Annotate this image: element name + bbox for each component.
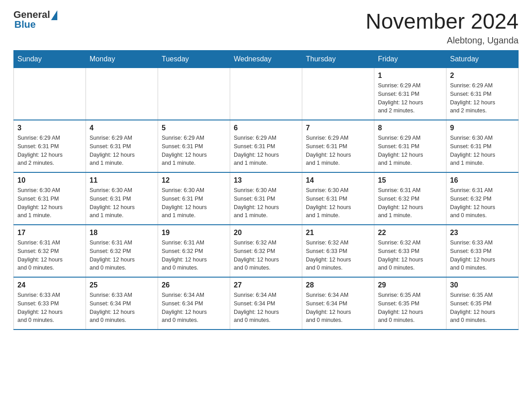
weekday-header-monday: Monday	[86, 51, 158, 68]
calendar-cell: 20Sunrise: 6:32 AMSunset: 6:32 PMDayligh…	[230, 225, 302, 277]
day-number: 5	[162, 124, 226, 132]
calendar-table: SundayMondayTuesdayWednesdayThursdayFrid…	[13, 50, 519, 330]
day-info: Sunrise: 6:31 AMSunset: 6:32 PMDaylight:…	[17, 239, 82, 272]
calendar-cell: 16Sunrise: 6:31 AMSunset: 6:32 PMDayligh…	[446, 172, 519, 225]
day-info: Sunrise: 6:32 AMSunset: 6:33 PMDaylight:…	[306, 239, 370, 272]
day-number: 14	[306, 176, 370, 184]
day-number: 8	[378, 124, 442, 132]
day-number: 19	[162, 229, 226, 237]
calendar-cell	[86, 68, 158, 120]
day-info: Sunrise: 6:29 AMSunset: 6:31 PMDaylight:…	[17, 134, 82, 167]
day-number: 11	[90, 176, 154, 184]
weekday-header-friday: Friday	[374, 51, 446, 68]
calendar-cell: 7Sunrise: 6:29 AMSunset: 6:31 PMDaylight…	[302, 120, 374, 172]
day-info: Sunrise: 6:30 AMSunset: 6:31 PMDaylight:…	[306, 186, 370, 220]
calendar-cell: 29Sunrise: 6:35 AMSunset: 6:35 PMDayligh…	[374, 277, 446, 330]
calendar-cell: 9Sunrise: 6:30 AMSunset: 6:31 PMDaylight…	[446, 120, 519, 172]
day-number: 4	[90, 124, 154, 132]
day-number: 25	[90, 281, 154, 289]
day-info: Sunrise: 6:34 AMSunset: 6:34 PMDaylight:…	[306, 291, 370, 325]
day-number: 16	[450, 176, 515, 184]
calendar-week-row: 10Sunrise: 6:30 AMSunset: 6:31 PMDayligh…	[14, 172, 519, 225]
day-info: Sunrise: 6:35 AMSunset: 6:35 PMDaylight:…	[450, 291, 515, 325]
page-header: General Blue November 2024 Alebtong, Uga…	[13, 9, 519, 46]
calendar-cell: 17Sunrise: 6:31 AMSunset: 6:32 PMDayligh…	[14, 225, 86, 277]
logo-triangle-icon	[51, 10, 57, 20]
day-info: Sunrise: 6:33 AMSunset: 6:33 PMDaylight:…	[17, 291, 82, 325]
day-number: 2	[450, 72, 515, 80]
day-info: Sunrise: 6:29 AMSunset: 6:31 PMDaylight:…	[306, 134, 370, 167]
day-number: 28	[306, 281, 370, 289]
day-info: Sunrise: 6:30 AMSunset: 6:31 PMDaylight:…	[450, 134, 515, 167]
day-number: 23	[450, 229, 515, 237]
calendar-cell: 6Sunrise: 6:29 AMSunset: 6:31 PMDaylight…	[230, 120, 302, 172]
calendar-cell: 14Sunrise: 6:30 AMSunset: 6:31 PMDayligh…	[302, 172, 374, 225]
day-number: 26	[162, 281, 226, 289]
calendar-cell: 25Sunrise: 6:33 AMSunset: 6:34 PMDayligh…	[86, 277, 158, 330]
calendar-cell	[230, 68, 302, 120]
calendar-cell: 27Sunrise: 6:34 AMSunset: 6:34 PMDayligh…	[230, 277, 302, 330]
calendar-cell: 18Sunrise: 6:31 AMSunset: 6:32 PMDayligh…	[86, 225, 158, 277]
calendar-cell	[302, 68, 374, 120]
calendar-week-row: 17Sunrise: 6:31 AMSunset: 6:32 PMDayligh…	[14, 225, 519, 277]
calendar-cell: 10Sunrise: 6:30 AMSunset: 6:31 PMDayligh…	[14, 172, 86, 225]
calendar-cell: 13Sunrise: 6:30 AMSunset: 6:31 PMDayligh…	[230, 172, 302, 225]
day-info: Sunrise: 6:29 AMSunset: 6:31 PMDaylight:…	[234, 134, 298, 167]
day-number: 18	[90, 229, 154, 237]
location-label: Alebtong, Uganda	[365, 35, 519, 46]
calendar-cell: 19Sunrise: 6:31 AMSunset: 6:32 PMDayligh…	[158, 225, 230, 277]
day-number: 29	[378, 281, 442, 289]
day-info: Sunrise: 6:32 AMSunset: 6:33 PMDaylight:…	[378, 239, 442, 272]
calendar-cell: 26Sunrise: 6:34 AMSunset: 6:34 PMDayligh…	[158, 277, 230, 330]
day-number: 3	[17, 124, 82, 132]
weekday-header-sunday: Sunday	[14, 51, 86, 68]
logo: General Blue	[13, 9, 57, 30]
day-info: Sunrise: 6:34 AMSunset: 6:34 PMDaylight:…	[234, 291, 298, 325]
calendar-cell: 8Sunrise: 6:29 AMSunset: 6:31 PMDaylight…	[374, 120, 446, 172]
day-info: Sunrise: 6:30 AMSunset: 6:31 PMDaylight:…	[17, 186, 82, 220]
day-number: 15	[378, 176, 442, 184]
weekday-header-wednesday: Wednesday	[230, 51, 302, 68]
day-number: 30	[450, 281, 515, 289]
day-info: Sunrise: 6:31 AMSunset: 6:32 PMDaylight:…	[450, 186, 515, 220]
day-info: Sunrise: 6:31 AMSunset: 6:32 PMDaylight:…	[90, 239, 154, 272]
day-info: Sunrise: 6:29 AMSunset: 6:31 PMDaylight:…	[378, 81, 442, 115]
calendar-cell: 2Sunrise: 6:29 AMSunset: 6:31 PMDaylight…	[446, 68, 519, 120]
title-section: November 2024 Alebtong, Uganda	[365, 9, 519, 46]
day-info: Sunrise: 6:30 AMSunset: 6:31 PMDaylight:…	[90, 186, 154, 220]
calendar-cell: 1Sunrise: 6:29 AMSunset: 6:31 PMDaylight…	[374, 68, 446, 120]
month-title: November 2024	[365, 9, 519, 34]
day-number: 10	[17, 176, 82, 184]
day-number: 13	[234, 176, 298, 184]
weekday-header-row: SundayMondayTuesdayWednesdayThursdayFrid…	[14, 51, 519, 68]
calendar-cell: 28Sunrise: 6:34 AMSunset: 6:34 PMDayligh…	[302, 277, 374, 330]
calendar-cell: 30Sunrise: 6:35 AMSunset: 6:35 PMDayligh…	[446, 277, 519, 330]
day-number: 27	[234, 281, 298, 289]
day-info: Sunrise: 6:29 AMSunset: 6:31 PMDaylight:…	[378, 134, 442, 167]
day-info: Sunrise: 6:32 AMSunset: 6:32 PMDaylight:…	[234, 239, 298, 272]
day-info: Sunrise: 6:31 AMSunset: 6:32 PMDaylight:…	[162, 239, 226, 272]
calendar-week-row: 1Sunrise: 6:29 AMSunset: 6:31 PMDaylight…	[14, 68, 519, 120]
day-number: 17	[17, 229, 82, 237]
calendar-cell: 12Sunrise: 6:30 AMSunset: 6:31 PMDayligh…	[158, 172, 230, 225]
day-info: Sunrise: 6:35 AMSunset: 6:35 PMDaylight:…	[378, 291, 442, 325]
calendar-week-row: 24Sunrise: 6:33 AMSunset: 6:33 PMDayligh…	[14, 277, 519, 330]
day-info: Sunrise: 6:29 AMSunset: 6:31 PMDaylight:…	[90, 134, 154, 167]
calendar-cell: 11Sunrise: 6:30 AMSunset: 6:31 PMDayligh…	[86, 172, 158, 225]
day-number: 24	[17, 281, 82, 289]
day-info: Sunrise: 6:29 AMSunset: 6:31 PMDaylight:…	[162, 134, 226, 167]
calendar-cell: 5Sunrise: 6:29 AMSunset: 6:31 PMDaylight…	[158, 120, 230, 172]
day-number: 12	[162, 176, 226, 184]
calendar-cell: 4Sunrise: 6:29 AMSunset: 6:31 PMDaylight…	[86, 120, 158, 172]
day-info: Sunrise: 6:29 AMSunset: 6:31 PMDaylight:…	[450, 81, 515, 115]
day-info: Sunrise: 6:33 AMSunset: 6:34 PMDaylight:…	[90, 291, 154, 325]
day-info: Sunrise: 6:30 AMSunset: 6:31 PMDaylight:…	[234, 186, 298, 220]
day-info: Sunrise: 6:31 AMSunset: 6:32 PMDaylight:…	[378, 186, 442, 220]
day-number: 9	[450, 124, 515, 132]
logo-blue-text: Blue	[14, 19, 36, 30]
weekday-header-saturday: Saturday	[446, 51, 519, 68]
day-number: 22	[378, 229, 442, 237]
day-number: 7	[306, 124, 370, 132]
day-number: 1	[378, 72, 442, 80]
calendar-cell: 21Sunrise: 6:32 AMSunset: 6:33 PMDayligh…	[302, 225, 374, 277]
